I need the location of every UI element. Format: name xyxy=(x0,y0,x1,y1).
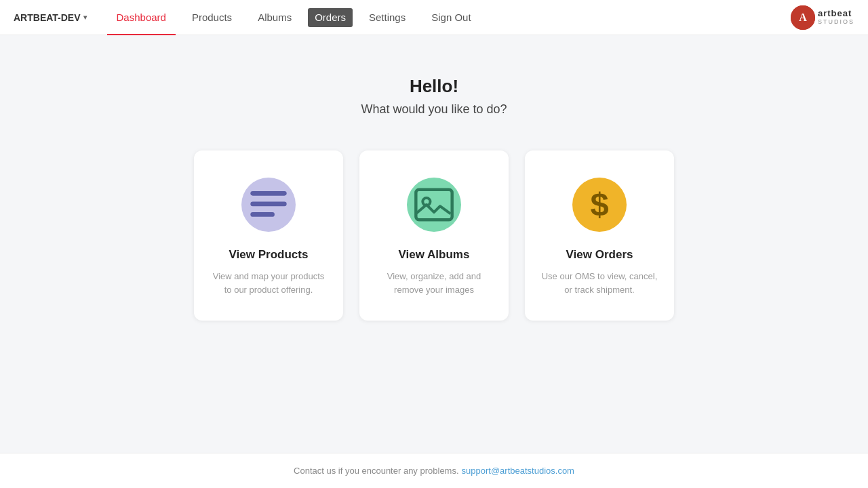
nav-link-orders[interactable]: Orders xyxy=(308,8,353,27)
card-orders-title: View Orders xyxy=(566,248,633,262)
brand-name: ARTBEAT-DEV xyxy=(14,12,81,23)
brand-chevron-icon: ▾ xyxy=(83,14,87,21)
card-albums-title: View Albums xyxy=(399,248,470,262)
nav-link-dashboard[interactable]: Dashboard xyxy=(107,0,176,35)
hero-title: Hello! xyxy=(410,76,458,97)
svg-rect-2 xyxy=(250,191,286,196)
nav-link-albums[interactable]: Albums xyxy=(248,0,301,35)
products-icon-circle xyxy=(241,178,296,232)
albums-image-icon xyxy=(407,178,461,232)
orders-icon-circle: $ xyxy=(572,178,627,232)
hero-subtitle: What would you like to do? xyxy=(361,102,507,117)
logo: A artbeat STUDIOS xyxy=(791,5,854,30)
card-albums-desc: View, organize, add and remove your imag… xyxy=(376,270,492,296)
nav-link-signout[interactable]: Sign Out xyxy=(422,0,480,35)
footer-support-link[interactable]: support@artbeatstudios.com xyxy=(462,466,574,476)
footer: Contact us if you encounter any problems… xyxy=(0,453,868,488)
card-orders-desc: Use our OMS to view, cancel, or track sh… xyxy=(541,270,658,296)
svg-rect-4 xyxy=(250,212,275,217)
svg-rect-3 xyxy=(250,202,286,207)
nav-link-settings[interactable]: Settings xyxy=(359,0,415,35)
orders-dollar-icon: $ xyxy=(572,178,627,232)
albums-icon-circle xyxy=(407,178,461,232)
logo-studios: STUDIOS xyxy=(818,19,854,26)
card-products-title: View Products xyxy=(229,248,309,262)
svg-rect-5 xyxy=(416,190,452,220)
navigation: ARTBEAT-DEV ▾ Dashboard Products Albums … xyxy=(0,0,868,35)
products-list-icon xyxy=(241,178,296,232)
card-orders[interactable]: $ View Orders Use our OMS to view, cance… xyxy=(525,150,674,321)
logo-brand-name: artbeat xyxy=(818,9,854,18)
action-cards: View Products View and map your products… xyxy=(194,150,674,321)
brand-selector[interactable]: ARTBEAT-DEV ▾ xyxy=(14,12,87,23)
card-albums[interactable]: View Albums View, organize, add and remo… xyxy=(359,150,509,321)
nav-links: Dashboard Products Albums Orders Setting… xyxy=(107,0,791,35)
logo-icon: A xyxy=(791,5,815,30)
footer-text: Contact us if you encounter any problems… xyxy=(294,466,459,476)
main-content: Hello! What would you like to do? View P… xyxy=(0,35,868,453)
svg-text:A: A xyxy=(799,12,807,23)
logo-text: artbeat STUDIOS xyxy=(818,9,854,25)
card-products-desc: View and map your products to our produc… xyxy=(210,270,327,296)
nav-link-products[interactable]: Products xyxy=(182,0,241,35)
svg-text:$: $ xyxy=(590,186,608,222)
card-products[interactable]: View Products View and map your products… xyxy=(194,150,343,321)
